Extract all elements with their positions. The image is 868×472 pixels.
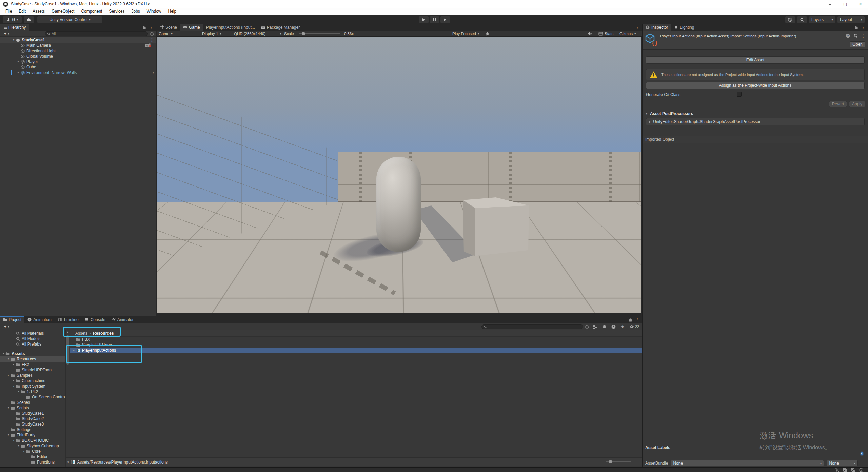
folder-fbx[interactable]: ▸FBX	[0, 362, 65, 367]
folder-studycase3[interactable]: StudyCase3	[0, 421, 65, 427]
foldout-closed-icon[interactable]: ▸	[12, 378, 16, 383]
play-button[interactable]	[419, 16, 429, 23]
folder-settings[interactable]: Settings	[0, 427, 65, 432]
folder-input-system[interactable]: ▾Input System	[0, 383, 65, 389]
folder-skybox-cubemap-ext[interactable]: ▾Skybox Cubemap Ext	[0, 443, 65, 449]
maximize-button[interactable]: ▢	[837, 0, 853, 8]
layers-dropdown[interactable]: Layers ▾	[809, 16, 835, 23]
open-button[interactable]: Open	[850, 41, 865, 47]
tab-console[interactable]: Console	[82, 316, 108, 323]
apply-button[interactable]: Apply	[849, 101, 865, 107]
thumbnail-size-slider[interactable]	[606, 461, 631, 462]
menu-window[interactable]: Window	[143, 8, 165, 15]
foldout-open-icon[interactable]: ▾	[6, 356, 11, 362]
kebab-menu-icon[interactable]: ⋮	[150, 37, 154, 43]
foldout-open-icon[interactable]: ▾	[6, 373, 11, 378]
tab-playerinputactions-input[interactable]: PlayerInputActions (Input...	[203, 24, 258, 31]
compile-status-icon[interactable]	[859, 468, 863, 472]
tab-animator[interactable]: Animator	[108, 316, 137, 323]
foldout-open-icon[interactable]: ▾	[12, 383, 16, 389]
hierarchy-item-studycase1[interactable]: ▾StudyCase1⋮	[0, 37, 156, 43]
menu-gameobject[interactable]: GameObject	[48, 8, 78, 15]
debugger-disabled-icon[interactable]	[835, 468, 839, 472]
create-asset-button[interactable]: + ▾	[1, 324, 12, 329]
open-new-window-icon[interactable]	[585, 324, 589, 329]
menu-edit[interactable]: Edit	[15, 8, 29, 15]
foldout-open-icon[interactable]: ▾	[12, 438, 16, 443]
menu-component[interactable]: Component	[78, 8, 105, 15]
vsync-grid-icon[interactable]	[598, 31, 603, 36]
menu-assets[interactable]: Assets	[29, 8, 48, 15]
hierarchy-item-environment-narrow-walls[interactable]: ▸Environment_Narrow_Walls›	[0, 70, 156, 75]
edit-asset-button[interactable]: Edit Asset	[646, 56, 865, 64]
assign-project-wide-button[interactable]: Assign as the Project-wide Input Actions	[646, 82, 865, 89]
breadcrumb-current[interactable]: Resources	[93, 331, 114, 336]
foldout-open-icon[interactable]: ▾	[17, 443, 21, 449]
lock-icon[interactable]	[629, 318, 632, 322]
search-button[interactable]	[797, 16, 807, 23]
folder-1-14-2[interactable]: ▾1.14.2	[0, 389, 65, 394]
resolution-dropdown[interactable]: QHD (2560x1440)▾	[234, 31, 281, 36]
presets-icon[interactable]	[853, 34, 858, 38]
tab-animation[interactable]: Animation	[24, 316, 54, 323]
scroll-up-icon[interactable]: ▲	[66, 331, 70, 334]
generate-csharp-checkbox[interactable]	[737, 92, 742, 97]
favorite-all-prefabs[interactable]: All Prefabs	[0, 341, 65, 347]
folder-functions[interactable]: Functions	[0, 459, 65, 465]
undo-history-button[interactable]	[785, 16, 795, 23]
foldout-open-icon[interactable]: ▾	[17, 389, 21, 394]
tab-project[interactable]: Project	[0, 316, 24, 323]
menu-services[interactable]: Services	[105, 8, 128, 15]
foldout-closed-icon[interactable]: ▸	[16, 59, 20, 64]
folder-resources[interactable]: ▾Resources	[0, 356, 65, 362]
foldout-open-icon[interactable]: ▾	[22, 449, 26, 454]
filter-by-type-icon[interactable]	[593, 324, 597, 329]
scale-slider-knob[interactable]	[302, 32, 305, 35]
foldout-closed-icon[interactable]: ▸	[72, 348, 76, 353]
revert-button[interactable]: Revert	[829, 101, 847, 107]
foldout-open-icon[interactable]: ▾	[12, 37, 16, 43]
importance-filter-icon[interactable]	[611, 324, 616, 329]
asset-postprocessors-foldout[interactable]: ▼ Asset PostProcessors	[645, 111, 693, 116]
asset-playerinputactions[interactable]: ▸PlayerInputActions	[70, 348, 642, 353]
kebab-menu-icon[interactable]: ⋮	[149, 25, 153, 30]
asset-fbx[interactable]: FBX	[70, 337, 642, 342]
menu-jobs[interactable]: Jobs	[128, 8, 143, 15]
close-button[interactable]: ✕	[853, 0, 868, 8]
tab-game[interactable]: Game	[180, 24, 203, 31]
foldout-closed-icon[interactable]: ▸	[16, 70, 20, 75]
step-button[interactable]	[440, 16, 450, 23]
lock-icon[interactable]	[143, 26, 146, 29]
favorites-star-icon[interactable]: ★	[620, 324, 625, 329]
version-control-dropdown[interactable]: Unity Version Control ▾	[37, 16, 102, 23]
help-icon[interactable]: ?	[846, 34, 850, 38]
kebab-menu-icon[interactable]: ⋮	[635, 25, 639, 30]
foldout-open-icon[interactable]: ▾	[1, 351, 5, 356]
folder-simpleurptoon[interactable]: SimpleURPToon	[0, 367, 65, 373]
menu-help[interactable]: Help	[165, 8, 180, 15]
asset-simpleurptoon[interactable]: SimpleURPToon	[70, 342, 642, 348]
project-search-input[interactable]	[481, 324, 583, 329]
minimize-button[interactable]: –	[822, 0, 837, 8]
kebab-menu-icon[interactable]: ⋮	[861, 34, 865, 38]
menu-file[interactable]: File	[2, 8, 15, 15]
folder-samples[interactable]: ▾Samples	[0, 373, 65, 378]
folder-on-screen-contro[interactable]: On-Screen Contro	[0, 394, 65, 400]
hierarchy-item-directional-light[interactable]: Directional Light	[0, 48, 156, 54]
cloud-button[interactable]	[24, 16, 34, 23]
postprocessor-item[interactable]: ▶ UnityEditor.ShaderGraph.ShaderGraphAss…	[646, 118, 865, 125]
breadcrumb[interactable]: Assets › Resources	[70, 330, 642, 337]
assetbundle-variant-dropdown[interactable]: None▾	[827, 460, 858, 466]
display-dropdown[interactable]: Display 1▾	[202, 31, 232, 36]
folder-studycase2[interactable]: StudyCase2	[0, 416, 65, 421]
hidden-count-toggle[interactable]: 22	[629, 324, 639, 329]
tab-scene[interactable]: Scene	[157, 24, 180, 31]
folder-editor[interactable]: Editor	[0, 454, 65, 459]
folder-core[interactable]: ▾Core	[0, 449, 65, 454]
account-button[interactable]: G ▾	[3, 16, 22, 23]
stats-toggle[interactable]: Stats	[605, 31, 613, 36]
hierarchy-search-input[interactable]: All	[45, 31, 148, 36]
foldout-closed-icon[interactable]: ▸	[12, 362, 16, 367]
hierarchy-item-global-volume[interactable]: Global Volume	[0, 54, 156, 59]
tab-hierarchy[interactable]: Hierarchy	[0, 24, 29, 31]
